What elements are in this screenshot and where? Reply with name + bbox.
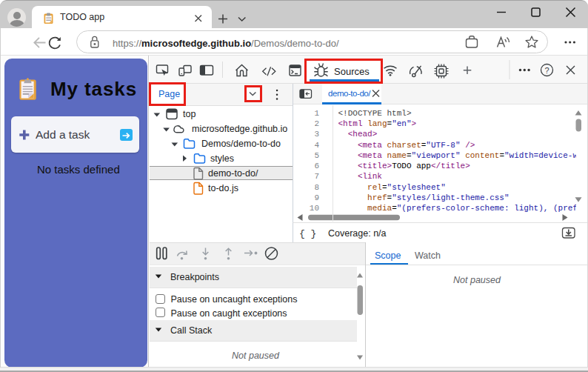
svg-text:?: ? (544, 66, 549, 75)
svg-text:{ }: { } (299, 228, 316, 239)
